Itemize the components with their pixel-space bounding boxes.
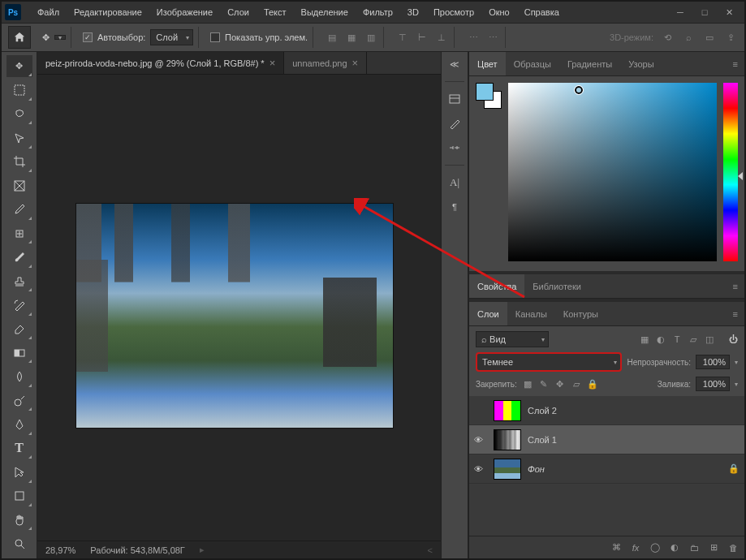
visibility-toggle[interactable]: 👁: [474, 464, 487, 474]
color-cursor[interactable]: [575, 86, 583, 94]
filter-type-icon[interactable]: T: [671, 334, 683, 345]
character-panel-icon[interactable]: A|: [446, 174, 464, 192]
layer-name[interactable]: Слой 2: [528, 406, 740, 416]
lock-paint-icon[interactable]: ✎: [538, 379, 550, 390]
share-icon[interactable]: ⇪: [723, 30, 738, 45]
layer-thumbnail[interactable]: [494, 459, 521, 480]
panel-menu-icon[interactable]: ≡: [727, 302, 744, 325]
layer-thumbnail[interactable]: [494, 429, 521, 450]
layer-thumbnail[interactable]: [494, 400, 521, 421]
distribute-icon[interactable]: ⋯: [466, 30, 481, 45]
menu-help[interactable]: Справка: [518, 4, 566, 20]
move-tool[interactable]: ✥: [6, 55, 32, 77]
align-right-icon[interactable]: ▥: [364, 30, 378, 45]
crop-tool[interactable]: [6, 151, 32, 173]
align-top-icon[interactable]: ⊤: [395, 30, 410, 45]
document-tab[interactable]: unnamed.png ×: [284, 52, 367, 74]
tab-close-icon[interactable]: ×: [352, 57, 359, 69]
layer-row[interactable]: Слой 2: [469, 396, 744, 425]
marquee-tool[interactable]: [6, 79, 32, 101]
filter-pixel-icon[interactable]: ▦: [638, 334, 651, 345]
tab-gradients[interactable]: Градиенты: [559, 52, 620, 75]
menu-window[interactable]: Окно: [482, 4, 516, 20]
blur-tool[interactable]: [6, 365, 32, 387]
canvas[interactable]: [37, 75, 441, 541]
tab-patterns[interactable]: Узоры: [620, 52, 662, 75]
orbit-3d-icon[interactable]: ⟲: [660, 30, 675, 45]
layer-effects-icon[interactable]: fx: [629, 543, 642, 553]
hue-pointer-icon[interactable]: [738, 172, 743, 180]
brush-tool[interactable]: [6, 246, 32, 268]
foreground-color[interactable]: [476, 83, 494, 101]
menu-image[interactable]: Изображение: [150, 4, 219, 20]
delete-layer-icon[interactable]: 🗑: [727, 543, 740, 553]
menu-select[interactable]: Выделение: [295, 4, 355, 20]
fill-field[interactable]: 100%: [696, 377, 730, 391]
link-layers-icon[interactable]: ⌘: [610, 542, 623, 553]
menu-layers[interactable]: Слои: [221, 4, 256, 20]
opacity-field[interactable]: 100%: [696, 355, 730, 369]
pen-tool[interactable]: [6, 413, 32, 435]
menu-text[interactable]: Текст: [257, 4, 293, 20]
tab-paths[interactable]: Контуры: [555, 302, 606, 325]
filter-shape-icon[interactable]: ▱: [687, 334, 700, 345]
panel-menu-icon[interactable]: ≡: [727, 52, 744, 75]
layer-name[interactable]: Слой 1: [528, 435, 740, 445]
align-center-v-icon[interactable]: ⊢: [415, 30, 429, 45]
hand-tool[interactable]: [6, 509, 32, 531]
align-left-icon[interactable]: ▤: [325, 30, 339, 45]
blend-mode-dropdown[interactable]: Темнее▾: [476, 352, 622, 372]
filter-smart-icon[interactable]: ◫: [703, 334, 716, 345]
tab-properties[interactable]: Свойства: [469, 274, 524, 298]
search-icon[interactable]: ⌕: [681, 30, 696, 45]
home-button[interactable]: [8, 26, 31, 49]
menu-view[interactable]: Просмотр: [427, 4, 481, 20]
selection-tool[interactable]: [6, 127, 32, 149]
maximize-button[interactable]: □: [699, 6, 710, 18]
shape-tool[interactable]: [6, 485, 32, 507]
layer-row[interactable]: 👁 Фон 🔒: [469, 454, 744, 484]
foreground-background-swatches[interactable]: [476, 83, 502, 109]
workspace-icon[interactable]: ▭: [702, 30, 717, 45]
more-align-icon[interactable]: ⋯: [485, 30, 500, 45]
color-field[interactable]: [508, 83, 717, 261]
layer-filter-dropdown[interactable]: ⌕ Вид▾: [476, 331, 549, 347]
lock-artboard-icon[interactable]: ▱: [571, 379, 582, 390]
menu-filter[interactable]: Фильтр: [356, 4, 399, 20]
autoselect-checkbox[interactable]: ✓: [83, 32, 93, 42]
menu-edit[interactable]: Редактирование: [67, 4, 149, 20]
align-center-h-icon[interactable]: ▦: [344, 30, 359, 45]
close-button[interactable]: ✕: [723, 6, 735, 18]
hue-slider[interactable]: [723, 83, 738, 261]
lasso-tool[interactable]: [6, 103, 32, 125]
tab-color[interactable]: Цвет: [469, 52, 506, 75]
tab-close-icon[interactable]: ×: [270, 57, 276, 69]
tool-preset-dropdown[interactable]: ▾: [54, 35, 66, 40]
menu-3d[interactable]: 3D: [401, 4, 425, 20]
layer-name[interactable]: Фон: [528, 464, 722, 474]
tab-channels[interactable]: Каналы: [507, 302, 555, 325]
visibility-toggle[interactable]: 👁: [474, 435, 487, 445]
layer-row[interactable]: 👁 Слой 1: [469, 425, 744, 454]
dodge-tool[interactable]: [6, 390, 32, 411]
healing-tool[interactable]: [6, 222, 32, 244]
tab-layers[interactable]: Слои: [469, 302, 507, 325]
stamp-tool[interactable]: [6, 270, 32, 292]
brushes-panel-icon[interactable]: [446, 114, 464, 132]
eraser-tool[interactable]: [6, 318, 32, 340]
frame-tool[interactable]: [6, 174, 32, 196]
tab-swatches[interactable]: Образцы: [506, 52, 559, 75]
autoselect-target-dropdown[interactable]: Слой▾: [150, 29, 193, 45]
group-layers-icon[interactable]: 🗀: [688, 543, 701, 553]
eyedropper-tool[interactable]: [6, 199, 32, 221]
layer-mask-icon[interactable]: ◯: [649, 542, 662, 553]
gradient-tool[interactable]: [6, 342, 32, 364]
zoom-tool[interactable]: [6, 532, 32, 554]
new-layer-icon[interactable]: ⊞: [707, 542, 720, 553]
show-controls-checkbox[interactable]: [210, 32, 220, 42]
expand-panels-icon[interactable]: ≪: [446, 55, 464, 73]
type-tool[interactable]: T: [6, 437, 32, 459]
filter-toggle-icon[interactable]: ⏻: [729, 334, 738, 344]
panel-menu-icon[interactable]: ≡: [727, 274, 744, 298]
paragraph-panel-icon[interactable]: ¶: [446, 198, 464, 216]
